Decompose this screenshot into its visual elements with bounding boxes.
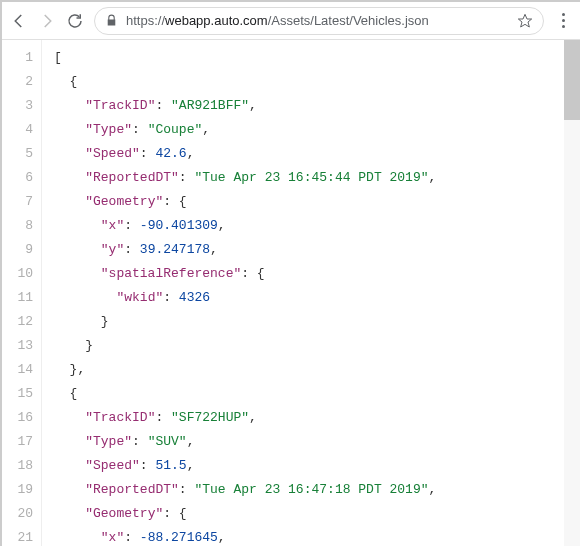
json-punct: } xyxy=(85,338,93,353)
forward-button[interactable] xyxy=(38,12,56,30)
line-number: 15 xyxy=(2,382,33,406)
json-punct: : xyxy=(124,242,140,257)
json-punct: : xyxy=(124,530,140,545)
line-number: 1 xyxy=(2,46,33,70)
line-number: 20 xyxy=(2,502,33,526)
json-str: "Coupe" xyxy=(148,122,203,137)
code-line: "spatialReference": { xyxy=(54,262,580,286)
json-punct: : xyxy=(155,410,171,425)
line-number: 6 xyxy=(2,166,33,190)
json-num: 42.6 xyxy=(155,146,186,161)
json-punct: , xyxy=(202,122,210,137)
browser-toolbar: https://webapp.auto.com/Assets/Latest/Ve… xyxy=(2,2,580,40)
code-line: "Type": "Coupe", xyxy=(54,118,580,142)
code-line: { xyxy=(54,382,580,406)
json-punct: , xyxy=(429,482,437,497)
json-punct: , xyxy=(187,146,195,161)
json-key: "x" xyxy=(101,530,124,545)
code-line: "x": -90.401309, xyxy=(54,214,580,238)
line-number: 3 xyxy=(2,94,33,118)
code-line: "Speed": 51.5, xyxy=(54,454,580,478)
json-punct: : { xyxy=(163,194,186,209)
line-number: 16 xyxy=(2,406,33,430)
line-number: 7 xyxy=(2,190,33,214)
json-punct: { xyxy=(70,386,78,401)
svg-marker-0 xyxy=(518,14,531,27)
code-line: "TrackID": "AR921BFF", xyxy=(54,94,580,118)
code-line: "ReportedDT": "Tue Apr 23 16:45:44 PDT 2… xyxy=(54,166,580,190)
bookmark-star-icon[interactable] xyxy=(517,13,533,29)
line-number: 5 xyxy=(2,142,33,166)
json-punct: : xyxy=(179,482,195,497)
back-button[interactable] xyxy=(10,12,28,30)
json-punct: : xyxy=(140,458,156,473)
line-number: 21 xyxy=(2,526,33,546)
address-bar[interactable]: https://webapp.auto.com/Assets/Latest/Ve… xyxy=(94,7,544,35)
json-key: "Type" xyxy=(85,122,132,137)
json-viewer: 123456789101112131415161718192021 [ { "T… xyxy=(2,40,580,546)
json-punct: , xyxy=(249,410,257,425)
json-key: "TrackID" xyxy=(85,98,155,113)
json-punct: : xyxy=(132,434,148,449)
json-punct: , xyxy=(218,530,226,545)
line-number: 2 xyxy=(2,70,33,94)
code-line: [ xyxy=(54,46,580,70)
json-key: "Type" xyxy=(85,434,132,449)
json-punct: [ xyxy=(54,50,62,65)
json-punct: : xyxy=(163,290,179,305)
json-punct: : xyxy=(124,218,140,233)
lock-icon xyxy=(105,14,118,27)
line-number: 12 xyxy=(2,310,33,334)
json-key: "Geometry" xyxy=(85,194,163,209)
json-key: "TrackID" xyxy=(85,410,155,425)
json-str: "Tue Apr 23 16:45:44 PDT 2019" xyxy=(194,170,428,185)
json-key: "ReportedDT" xyxy=(85,482,179,497)
json-punct: : { xyxy=(163,506,186,521)
code-line: "ReportedDT": "Tue Apr 23 16:47:18 PDT 2… xyxy=(54,478,580,502)
browser-menu-button[interactable] xyxy=(554,13,572,28)
json-punct: , xyxy=(187,434,195,449)
code-line: "Speed": 42.6, xyxy=(54,142,580,166)
line-number: 11 xyxy=(2,286,33,310)
code-line: "y": 39.247178, xyxy=(54,238,580,262)
code-line: "TrackID": "SF722HUP", xyxy=(54,406,580,430)
json-num: 4326 xyxy=(179,290,210,305)
line-number: 14 xyxy=(2,358,33,382)
line-number: 8 xyxy=(2,214,33,238)
json-num: -88.271645 xyxy=(140,530,218,545)
json-code-area[interactable]: [ { "TrackID": "AR921BFF", "Type": "Coup… xyxy=(42,40,580,546)
json-str: "Tue Apr 23 16:47:18 PDT 2019" xyxy=(194,482,428,497)
json-punct: , xyxy=(210,242,218,257)
json-punct: : { xyxy=(241,266,264,281)
json-str: "AR921BFF" xyxy=(171,98,249,113)
line-number: 19 xyxy=(2,478,33,502)
json-key: "spatialReference" xyxy=(101,266,241,281)
code-line: } xyxy=(54,334,580,358)
json-punct: , xyxy=(249,98,257,113)
line-number: 9 xyxy=(2,238,33,262)
json-punct: }, xyxy=(70,362,86,377)
code-line: "wkid": 4326 xyxy=(54,286,580,310)
url-text: https://webapp.auto.com/Assets/Latest/Ve… xyxy=(126,13,509,28)
json-key: "wkid" xyxy=(116,290,163,305)
json-str: "SF722HUP" xyxy=(171,410,249,425)
json-punct: : xyxy=(179,170,195,185)
code-line: "Geometry": { xyxy=(54,190,580,214)
code-line: }, xyxy=(54,358,580,382)
scrollbar-thumb[interactable] xyxy=(564,40,580,120)
json-punct: : xyxy=(140,146,156,161)
json-key: "Speed" xyxy=(85,146,140,161)
scrollbar-track[interactable] xyxy=(564,40,580,546)
json-key: "x" xyxy=(101,218,124,233)
line-number: 18 xyxy=(2,454,33,478)
json-key: "ReportedDT" xyxy=(85,170,179,185)
reload-button[interactable] xyxy=(66,12,84,30)
code-line: "x": -88.271645, xyxy=(54,526,580,546)
line-number: 4 xyxy=(2,118,33,142)
code-line: { xyxy=(54,70,580,94)
json-punct: , xyxy=(187,458,195,473)
json-num: 51.5 xyxy=(155,458,186,473)
json-num: -90.401309 xyxy=(140,218,218,233)
json-str: "SUV" xyxy=(148,434,187,449)
json-key: "y" xyxy=(101,242,124,257)
